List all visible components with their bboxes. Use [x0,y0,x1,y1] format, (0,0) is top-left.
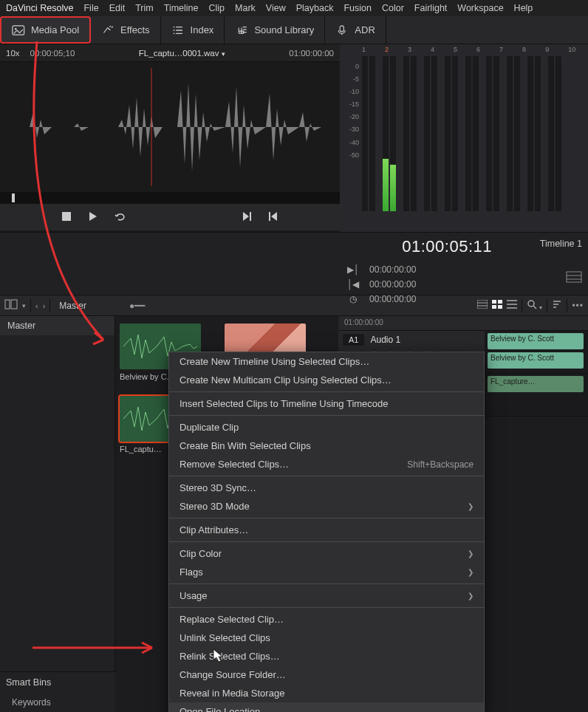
timeline-name[interactable]: Timeline 1 [520,239,582,249]
viewer-zoom[interactable]: 10x [6,49,20,58]
menu-playback[interactable]: Playback [296,3,334,13]
menu-help[interactable]: Help [514,3,533,13]
adr-label: ADR [355,24,375,35]
tc-row[interactable]: ◷00:00:00:00 [340,292,423,307]
tc-row[interactable]: ▶│00:00:00:00 [340,262,423,277]
menu-item-clip-attributes[interactable]: Clip Attributes… [169,521,484,539]
menu-item-replace-selected-clip[interactable]: Replace Selected Clip… [169,610,484,629]
audio-meters: 0-5-10-15-20-30-40-50 12345678910 [340,44,588,232]
menu-item-open-file-location[interactable]: Open File Location [169,702,484,712]
menu-view[interactable]: View [266,3,286,13]
svg-point-17 [528,301,534,307]
smart-bin-keywords[interactable]: Keywords [0,693,115,712]
tc-row[interactable]: │◀00:00:00:00 [340,277,423,292]
annotation-arrow-2 [30,640,163,656]
track-lane[interactable]: FL_capture… [485,374,588,416]
svg-rect-13 [492,300,496,304]
menu-item-stereo-d-mode[interactable]: Stereo 3D Mode❯ [169,497,484,516]
timeline-clip[interactable]: Belview by C. Scott [488,352,584,369]
menu-clip[interactable]: Clip [209,3,225,13]
svg-rect-14 [498,300,502,304]
menu-item-create-bin-with-selected-clips[interactable]: Create Bin With Selected Clips [169,437,484,455]
menu-trim[interactable]: Trim [135,3,154,13]
menu-color[interactable]: Color [382,3,404,13]
svg-point-1 [15,27,17,30]
svg-rect-8 [5,300,10,309]
menu-fusion[interactable]: Fusion [343,3,372,13]
menu-item-usage[interactable]: Usage❯ [169,586,484,605]
timeline-clip[interactable]: Belview by C. Scott [488,333,584,349]
menu-edit[interactable]: Edit [109,3,126,13]
svg-rect-2 [340,25,343,31]
sound-library-label: Sound Library [254,24,314,35]
svg-rect-15 [492,305,496,309]
menu-bar: DaVinci ResolveFileEditTrimTimelineClipM… [0,0,588,16]
prev-button[interactable] [268,211,278,224]
index-button[interactable]: Index [161,16,225,44]
sound-library-icon [235,25,248,35]
smart-bins-panel: Smart Bins Keywords [0,671,115,712]
svg-rect-5 [567,272,581,282]
menu-item-create-new-multicam-clip-using-selected-clips[interactable]: Create New Multicam Clip Using Selected … [169,371,484,389]
metadata-view-icon[interactable] [477,300,488,311]
menu-fairlight[interactable]: Fairlight [414,3,447,13]
master-timecode: 01:00:05:11 [340,233,502,261]
svg-rect-10 [477,300,488,309]
svg-line-18 [533,306,536,309]
index-icon [171,25,185,35]
index-label: Index [191,24,214,35]
menu-item-clip-color[interactable]: Clip Color❯ [169,544,484,563]
timeline-view-icon[interactable] [520,271,582,285]
next-button[interactable] [242,211,252,224]
svg-rect-16 [498,305,502,309]
list-view-icon[interactable] [507,300,517,311]
menu-timeline[interactable]: Timeline [164,3,199,13]
svg-rect-9 [11,300,17,309]
adr-button[interactable]: ADR [325,16,386,44]
menu-item-change-source-folder[interactable]: Change Source Folder… [169,665,484,684]
effects-icon [101,25,114,35]
thumbnail-view-icon[interactable] [492,300,502,311]
menu-item-insert-selected-clips-to-timeline-using-timecode[interactable]: Insert Selected Clips to Timeline Using … [169,394,484,413]
search-icon[interactable]: ▾ [527,299,542,312]
annotation-arrow-1 [22,38,126,356]
menu-item-duplicate-clip[interactable]: Duplicate Clip [169,418,484,437]
media-pool-label: Media Pool [31,24,79,35]
media-pool-icon [12,25,25,35]
viewer-tc-right: 01:00:00:00 [289,49,334,58]
menu-item-flags[interactable]: Flags❯ [169,563,484,581]
timeline-ruler[interactable]: 01:00:00:00 [338,316,588,331]
sort-icon[interactable] [552,300,562,311]
menu-file[interactable]: File [83,3,98,13]
track-lane[interactable]: Belview by C. ScottBelview by C. Scott [485,331,588,373]
menu-item-unlink-selected-clips[interactable]: Unlink Selected Clips [169,629,484,647]
bin-view-icon[interactable] [4,299,18,312]
cursor-icon [213,648,225,663]
options-icon[interactable]: ••• [572,301,584,311]
menu-item-create-new-timeline-using-selected-clips[interactable]: Create New Timeline Using Selected Clips… [169,352,484,371]
sound-library-button[interactable]: Sound Library [225,16,325,44]
menu-item-reveal-in-media-storage[interactable]: Reveal in Media Storage [169,684,484,702]
slider-icon[interactable]: ●━━ [129,301,145,311]
effects-label: Effects [120,24,150,35]
timeline-clip[interactable]: FL_capture… [488,376,584,392]
mic-icon [335,25,349,35]
menu-davinci-resolve[interactable]: DaVinci Resolve [6,3,73,13]
menu-item-stereo-d-sync[interactable]: Stereo 3D Sync… [169,479,484,497]
menu-workspace[interactable]: Workspace [457,3,503,13]
menu-mark[interactable]: Mark [235,3,256,13]
menu-item-remove-selected-clips[interactable]: Remove Selected Clips…Shift+Backspace [169,455,484,473]
smart-bins-header[interactable]: Smart Bins [0,671,115,693]
